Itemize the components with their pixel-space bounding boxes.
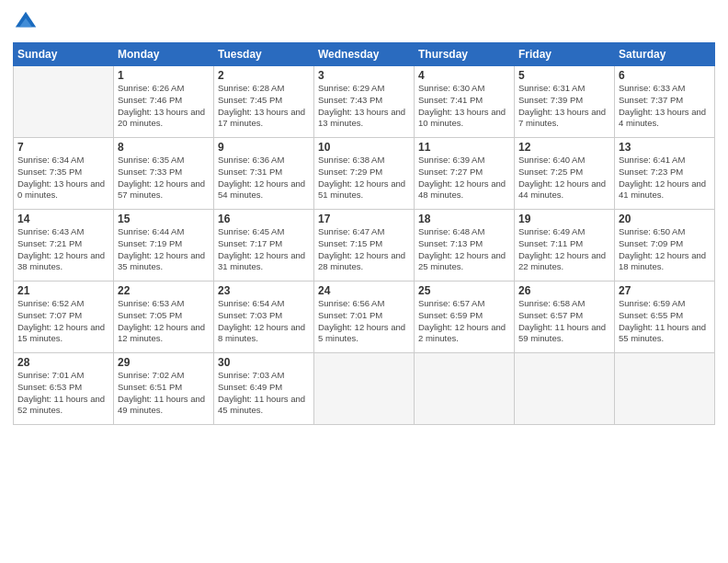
day-number: 4	[418, 69, 510, 82]
day-detail: Sunrise: 6:35 AMSunset: 7:33 PMDaylight:…	[118, 155, 210, 201]
calendar-cell: 18Sunrise: 6:48 AMSunset: 7:13 PMDayligh…	[415, 210, 515, 282]
day-detail: Sunrise: 6:39 AMSunset: 7:27 PMDaylight:…	[418, 155, 510, 201]
week-row-5: 28Sunrise: 7:01 AMSunset: 6:53 PMDayligh…	[14, 353, 715, 425]
day-detail: Sunrise: 6:31 AMSunset: 7:39 PMDaylight:…	[518, 83, 610, 130]
day-detail: Sunrise: 6:58 AMSunset: 6:57 PMDaylight:…	[518, 298, 610, 345]
day-detail: Sunrise: 6:48 AMSunset: 7:13 PMDaylight:…	[418, 226, 510, 273]
calendar-cell: 14Sunrise: 6:43 AMSunset: 7:21 PMDayligh…	[14, 210, 114, 282]
day-number: 30	[218, 356, 310, 369]
calendar-cell: 28Sunrise: 7:01 AMSunset: 6:53 PMDayligh…	[14, 353, 114, 425]
day-detail: Sunrise: 6:59 AMSunset: 6:55 PMDaylight:…	[619, 298, 711, 345]
calendar-cell: 30Sunrise: 7:03 AMSunset: 6:49 PMDayligh…	[214, 353, 314, 425]
day-detail: Sunrise: 6:33 AMSunset: 7:37 PMDaylight:…	[619, 83, 711, 130]
calendar-cell: 13Sunrise: 6:41 AMSunset: 7:23 PMDayligh…	[615, 138, 715, 210]
calendar-cell: 19Sunrise: 6:49 AMSunset: 7:11 PMDayligh…	[515, 210, 615, 282]
day-detail: Sunrise: 6:49 AMSunset: 7:11 PMDaylight:…	[518, 226, 610, 273]
header	[13, 9, 715, 35]
day-detail: Sunrise: 6:26 AMSunset: 7:46 PMDaylight:…	[118, 83, 210, 130]
day-detail: Sunrise: 7:01 AMSunset: 6:53 PMDaylight:…	[17, 370, 109, 417]
week-row-1: 1Sunrise: 6:26 AMSunset: 7:46 PMDaylight…	[14, 66, 715, 138]
day-number: 14	[17, 213, 109, 225]
week-row-3: 14Sunrise: 6:43 AMSunset: 7:21 PMDayligh…	[14, 210, 715, 282]
day-number: 2	[218, 69, 310, 82]
day-detail: Sunrise: 6:28 AMSunset: 7:45 PMDaylight:…	[218, 83, 310, 130]
weekday-header-row: SundayMondayTuesdayWednesdayThursdayFrid…	[14, 43, 715, 66]
day-detail: Sunrise: 6:45 AMSunset: 7:17 PMDaylight:…	[218, 226, 310, 273]
day-detail: Sunrise: 6:41 AMSunset: 7:23 PMDaylight:…	[619, 155, 711, 201]
calendar-cell: 7Sunrise: 6:34 AMSunset: 7:35 PMDaylight…	[14, 138, 114, 210]
logo-icon	[13, 9, 39, 35]
calendar-cell	[615, 353, 715, 425]
day-detail: Sunrise: 6:38 AMSunset: 7:29 PMDaylight:…	[318, 155, 410, 201]
calendar-cell: 17Sunrise: 6:47 AMSunset: 7:15 PMDayligh…	[314, 210, 415, 282]
day-detail: Sunrise: 6:30 AMSunset: 7:41 PMDaylight:…	[418, 83, 510, 130]
calendar-cell	[415, 353, 515, 425]
day-detail: Sunrise: 7:03 AMSunset: 6:49 PMDaylight:…	[218, 370, 310, 417]
day-number: 29	[118, 356, 210, 369]
day-number: 11	[418, 141, 510, 154]
calendar-cell: 23Sunrise: 6:54 AMSunset: 7:03 PMDayligh…	[214, 282, 314, 353]
calendar-cell: 9Sunrise: 6:36 AMSunset: 7:31 PMDaylight…	[214, 138, 314, 210]
calendar-cell: 15Sunrise: 6:44 AMSunset: 7:19 PMDayligh…	[114, 210, 214, 282]
day-number: 21	[17, 284, 109, 297]
calendar-cell: 11Sunrise: 6:39 AMSunset: 7:27 PMDayligh…	[415, 138, 515, 210]
day-detail: Sunrise: 6:36 AMSunset: 7:31 PMDaylight:…	[218, 155, 310, 201]
calendar-cell: 5Sunrise: 6:31 AMSunset: 7:39 PMDaylight…	[515, 66, 615, 138]
day-number: 6	[619, 69, 711, 82]
weekday-header-sunday: Sunday	[14, 43, 114, 66]
day-number: 8	[118, 141, 210, 154]
calendar-cell: 3Sunrise: 6:29 AMSunset: 7:43 PMDaylight…	[314, 66, 415, 138]
calendar-cell: 16Sunrise: 6:45 AMSunset: 7:17 PMDayligh…	[214, 210, 314, 282]
day-number: 23	[218, 284, 310, 297]
day-detail: Sunrise: 6:47 AMSunset: 7:15 PMDaylight:…	[318, 226, 410, 273]
calendar-cell: 26Sunrise: 6:58 AMSunset: 6:57 PMDayligh…	[515, 282, 615, 353]
weekday-header-monday: Monday	[114, 43, 214, 66]
day-number: 1	[118, 69, 210, 82]
day-number: 13	[619, 141, 711, 154]
calendar-cell: 1Sunrise: 6:26 AMSunset: 7:46 PMDaylight…	[114, 66, 214, 138]
day-number: 16	[218, 213, 310, 225]
page: SundayMondayTuesdayWednesdayThursdayFrid…	[0, 0, 728, 563]
calendar-cell: 10Sunrise: 6:38 AMSunset: 7:29 PMDayligh…	[314, 138, 415, 210]
day-number: 17	[318, 213, 410, 225]
day-number: 22	[118, 284, 210, 297]
calendar-cell: 29Sunrise: 7:02 AMSunset: 6:51 PMDayligh…	[114, 353, 214, 425]
calendar-cell: 22Sunrise: 6:53 AMSunset: 7:05 PMDayligh…	[114, 282, 214, 353]
week-row-4: 21Sunrise: 6:52 AMSunset: 7:07 PMDayligh…	[14, 282, 715, 353]
day-detail: Sunrise: 6:34 AMSunset: 7:35 PMDaylight:…	[17, 155, 109, 201]
calendar-cell: 2Sunrise: 6:28 AMSunset: 7:45 PMDaylight…	[214, 66, 314, 138]
day-number: 19	[518, 213, 610, 225]
calendar-cell: 27Sunrise: 6:59 AMSunset: 6:55 PMDayligh…	[615, 282, 715, 353]
calendar-table: SundayMondayTuesdayWednesdayThursdayFrid…	[13, 42, 715, 425]
calendar-cell	[314, 353, 415, 425]
day-detail: Sunrise: 6:40 AMSunset: 7:25 PMDaylight:…	[518, 155, 610, 201]
calendar-cell	[14, 66, 114, 138]
day-detail: Sunrise: 6:52 AMSunset: 7:07 PMDaylight:…	[17, 298, 109, 345]
day-number: 26	[518, 284, 610, 297]
weekday-header-saturday: Saturday	[615, 43, 715, 66]
day-detail: Sunrise: 6:44 AMSunset: 7:19 PMDaylight:…	[118, 226, 210, 273]
day-detail: Sunrise: 6:56 AMSunset: 7:01 PMDaylight:…	[318, 298, 410, 345]
day-detail: Sunrise: 6:53 AMSunset: 7:05 PMDaylight:…	[118, 298, 210, 345]
calendar-cell: 8Sunrise: 6:35 AMSunset: 7:33 PMDaylight…	[114, 138, 214, 210]
calendar-cell	[515, 353, 615, 425]
day-number: 25	[418, 284, 510, 297]
calendar-cell: 24Sunrise: 6:56 AMSunset: 7:01 PMDayligh…	[314, 282, 415, 353]
calendar-cell: 21Sunrise: 6:52 AMSunset: 7:07 PMDayligh…	[14, 282, 114, 353]
day-number: 9	[218, 141, 310, 154]
calendar-cell: 12Sunrise: 6:40 AMSunset: 7:25 PMDayligh…	[515, 138, 615, 210]
day-number: 7	[17, 141, 109, 154]
day-number: 24	[318, 284, 410, 297]
day-detail: Sunrise: 6:57 AMSunset: 6:59 PMDaylight:…	[418, 298, 510, 345]
day-number: 27	[619, 284, 711, 297]
calendar-cell: 25Sunrise: 6:57 AMSunset: 6:59 PMDayligh…	[415, 282, 515, 353]
day-number: 15	[118, 213, 210, 225]
day-number: 3	[318, 69, 410, 82]
day-number: 28	[17, 356, 109, 369]
day-number: 12	[518, 141, 610, 154]
calendar-cell: 6Sunrise: 6:33 AMSunset: 7:37 PMDaylight…	[615, 66, 715, 138]
day-number: 20	[619, 213, 711, 225]
weekday-header-friday: Friday	[515, 43, 615, 66]
calendar-cell: 20Sunrise: 6:50 AMSunset: 7:09 PMDayligh…	[615, 210, 715, 282]
day-detail: Sunrise: 7:02 AMSunset: 6:51 PMDaylight:…	[118, 370, 210, 417]
